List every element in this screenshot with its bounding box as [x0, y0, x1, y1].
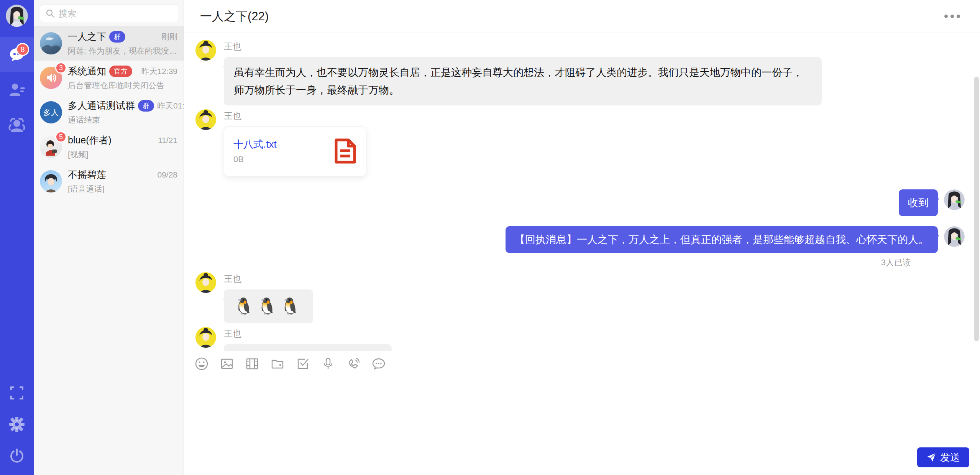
- self-avatar[interactable]: [944, 226, 965, 247]
- sender-name: 王也: [224, 110, 366, 122]
- fullscreen-icon: [10, 386, 24, 400]
- conversation-title: 一人之下: [68, 30, 106, 43]
- conversation-panel: 一人之下 群 刚刚 阿莲: 作为朋友，现在的我没法... 3 系统通知 官方 昨…: [34, 0, 184, 475]
- fullscreen-button[interactable]: [8, 385, 25, 401]
- dot: [950, 15, 954, 18]
- message-list[interactable]: 王也 虽有幸生而为人，也不要以万物灵长自居，正是这种妄自尊大的想法，才阻碍了人类…: [184, 33, 980, 351]
- conversation-preview: 后台管理仓库临时关闭公告: [68, 80, 177, 91]
- conversation-avatar: 5: [40, 136, 62, 158]
- message-right: 收到: [195, 189, 980, 216]
- conversation-preview: 阿莲: 作为朋友，现在的我没法...: [68, 46, 177, 56]
- file-button[interactable]: [270, 356, 285, 371]
- paper-plane-icon: [926, 452, 936, 462]
- emoji-button[interactable]: [194, 356, 209, 371]
- sender-avatar[interactable]: [195, 327, 216, 348]
- conversation-item-buyaobilian[interactable]: 不摇碧莲 09/28 [语音通话]: [34, 164, 184, 199]
- conversation-item-system-notice[interactable]: 3 系统通知 官方 昨天12:39 后台管理仓库临时关闭公告: [34, 61, 184, 95]
- conversation-info: 多人通话测试群 群 昨天01:29 通话结束: [68, 99, 177, 125]
- file-message-card[interactable]: 十八式.txt 0B: [224, 127, 366, 176]
- file-info: 十八式.txt 0B: [233, 138, 277, 164]
- sender-avatar[interactable]: [195, 109, 216, 130]
- message-left: 王也 虽有幸生而为人，也不要以万物灵长自居，正是这种妄自尊大的想法，才阻碍了人类…: [195, 40, 980, 105]
- dot: [957, 15, 960, 18]
- video-icon: [245, 357, 259, 371]
- power-button[interactable]: [8, 447, 25, 464]
- video-button[interactable]: [245, 356, 260, 371]
- message-left-emoji: 王也 🐧🐧🐧: [195, 272, 980, 323]
- message-input[interactable]: [184, 371, 980, 447]
- settings-button[interactable]: [8, 416, 25, 433]
- group-avatar-image: [40, 32, 62, 54]
- emoji-icon: [195, 357, 208, 371]
- conversation-time: 09/28: [157, 170, 177, 179]
- chat-history-icon: [371, 357, 386, 371]
- message-bubble[interactable]: 收到: [899, 189, 938, 216]
- sender-name: 王也: [224, 41, 822, 53]
- chat-scrollbar[interactable]: [974, 77, 979, 341]
- contacts-icon: [8, 81, 26, 98]
- group-badge: 群: [138, 100, 154, 112]
- chat-area: 一人之下(22) 王也 虽有幸生而为人，也不要以万物灵长自居，正是这种妄自尊大的…: [184, 0, 980, 475]
- conversation-title: 不摇碧莲: [68, 168, 106, 181]
- official-badge: 官方: [109, 66, 132, 77]
- sticker-message[interactable]: 🐧🐧🐧: [224, 289, 313, 323]
- conversation-info: 系统通知 官方 昨天12:39 后台管理仓库临时关闭公告: [68, 65, 177, 91]
- conversation-time: 11/21: [158, 136, 177, 145]
- read-status: 3人已读: [881, 257, 911, 268]
- message-bubble[interactable]: 虽有幸生而为人，也不要以万物灵长自居，正是这种妄自尊大的想法，才阻碍了人类的进步…: [224, 57, 822, 105]
- rail-bottom: [8, 385, 25, 464]
- search-area: [34, 0, 184, 26]
- message-left-file: 王也 十八式.txt 0B: [195, 109, 980, 176]
- conversation-avatar: 多人: [40, 101, 62, 123]
- user-avatar[interactable]: [6, 5, 28, 27]
- search-icon: [46, 9, 55, 18]
- file-size: 0B: [233, 154, 277, 164]
- folder-icon: [271, 357, 284, 371]
- unread-count-badge: 5: [55, 131, 67, 143]
- sender-avatar[interactable]: [195, 40, 216, 61]
- chat-menu-button[interactable]: [941, 11, 964, 22]
- history-button[interactable]: [371, 356, 386, 371]
- messages-unread-badge: 8: [16, 43, 29, 56]
- conversation-title: 多人通话测试群: [68, 99, 135, 112]
- nav-contacts[interactable]: [0, 72, 34, 107]
- unread-count-badge: 3: [55, 62, 67, 74]
- voice-button[interactable]: [320, 356, 336, 371]
- composer: 发送: [184, 351, 980, 475]
- conversation-item-blue-author[interactable]: 5 blue(作者) 11/21 [视频]: [34, 130, 184, 164]
- send-button[interactable]: 发送: [917, 447, 969, 467]
- conversation-time: 刚刚: [161, 31, 177, 42]
- message-bubble[interactable]: 过去无可挽回，未来可以改变 。: [224, 344, 392, 351]
- nav-messages[interactable]: 8: [0, 37, 34, 72]
- search-box[interactable]: [40, 5, 178, 22]
- file-document-icon: [333, 138, 357, 164]
- rail-nav: 8: [0, 37, 34, 143]
- group-badge: 群: [109, 31, 125, 43]
- call-button[interactable]: [346, 356, 361, 371]
- phone-icon: [346, 357, 360, 371]
- conversation-time: 昨天12:39: [141, 66, 177, 77]
- conversation-item-yirenzhixia[interactable]: 一人之下 群 刚刚 阿莲: 作为朋友，现在的我没法...: [34, 26, 184, 61]
- chat-title: 一人之下(22): [200, 8, 269, 25]
- conversation-item-multicall-group[interactable]: 多人 多人通话测试群 群 昨天01:29 通话结束: [34, 95, 184, 130]
- self-avatar[interactable]: [944, 189, 965, 210]
- conversation-title: blue(作者): [68, 134, 112, 146]
- search-input[interactable]: [59, 8, 172, 19]
- receipt-button[interactable]: [295, 356, 310, 371]
- conversation-info: blue(作者) 11/21 [视频]: [68, 134, 177, 160]
- message-right-receipt: 【回执消息】一人之下，万人之上，但真正的强者，是那些能够超越自我、心怀天下的人。…: [195, 226, 980, 268]
- conversation-info: 一人之下 群 刚刚 阿莲: 作为朋友，现在的我没法...: [68, 30, 177, 56]
- image-button[interactable]: [219, 356, 235, 371]
- user-avatar-image: [6, 5, 28, 27]
- conversation-avatar: 3: [40, 67, 62, 89]
- conversation-avatar: [40, 32, 62, 54]
- gear-icon: [9, 416, 25, 432]
- message-left: 王也 过去无可挽回，未来可以改变 。: [195, 327, 980, 351]
- nav-groups[interactable]: [0, 107, 34, 143]
- conversation-title: 系统通知: [68, 65, 106, 77]
- chat-header: 一人之下(22): [184, 0, 980, 33]
- check-square-icon: [296, 357, 310, 371]
- file-name[interactable]: 十八式.txt: [233, 138, 277, 151]
- sender-avatar[interactable]: [195, 272, 216, 293]
- message-bubble[interactable]: 【回执消息】一人之下，万人之上，但真正的强者，是那些能够超越自我、心怀天下的人。: [506, 226, 938, 253]
